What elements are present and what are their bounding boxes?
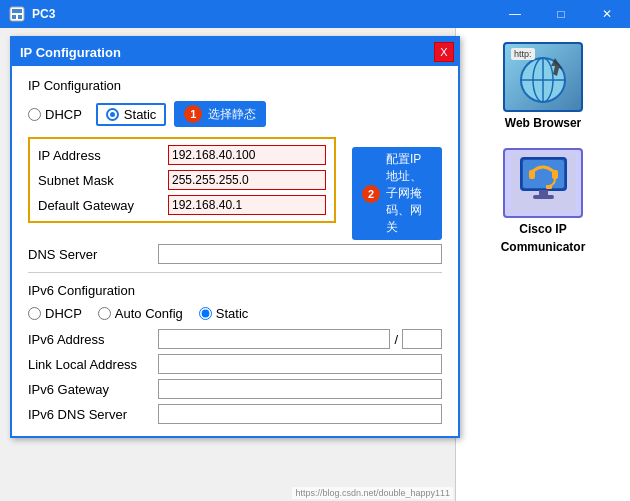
dns-server-label: DNS Server <box>28 247 158 262</box>
minimize-button[interactable]: — <box>492 0 538 28</box>
svg-rect-16 <box>533 195 554 199</box>
ipv6-section: IPv6 Configuration DHCP Auto Config <box>28 283 442 424</box>
ipv6-dns-input[interactable] <box>158 404 442 424</box>
ipv6-prefix-input[interactable] <box>402 329 442 349</box>
link-local-label: Link Local Address <box>28 357 158 372</box>
main-container: IP Configuration X IP Configuration DHCP <box>0 28 630 501</box>
svg-rect-15 <box>539 190 548 195</box>
subnet-mask-row: Subnet Mask <box>38 170 326 190</box>
section-divider <box>28 272 442 273</box>
static-radio-dot <box>110 112 115 117</box>
static-radio-item[interactable]: Static <box>96 103 167 126</box>
app-icon-small <box>8 5 26 23</box>
maximize-button[interactable]: □ <box>538 0 584 28</box>
dns-server-input[interactable] <box>158 244 442 264</box>
title-bar-controls: — □ ✕ <box>492 0 630 28</box>
dialog-title-bar: IP Configuration X <box>12 38 458 66</box>
subnet-mask-input[interactable] <box>168 170 326 190</box>
static-label: Static <box>124 107 157 122</box>
dialog-body: IP Configuration DHCP Static <box>12 66 458 436</box>
link-local-row: Link Local Address <box>28 354 442 374</box>
ipv6-static-label: Static <box>216 306 249 321</box>
ipv6-address-input[interactable] <box>158 329 390 349</box>
static-radio-indicator <box>106 108 119 121</box>
annotation-2: 2 配置IP地址、子网掩码、网关 <box>352 147 442 240</box>
ipv6-dhcp-label: DHCP <box>45 306 82 321</box>
dialog-area: IP Configuration X IP Configuration DHCP <box>0 28 455 501</box>
ipv6-gateway-row: IPv6 Gateway <box>28 379 442 399</box>
web-browser-icon: http: <box>503 42 583 112</box>
title-bar: PC3 — □ ✕ <box>0 0 630 28</box>
ipv6-static-radio[interactable] <box>199 307 212 320</box>
ip-config-dialog: IP Configuration X IP Configuration DHCP <box>10 36 460 438</box>
svg-rect-13 <box>552 170 558 179</box>
ipv6-dns-row: IPv6 DNS Server <box>28 404 442 424</box>
ipv6-autoconfig-label: Auto Config <box>115 306 183 321</box>
ipv6-dhcp-radio[interactable] <box>28 307 41 320</box>
ip-section-label: IP Configuration <box>28 78 442 93</box>
cisco-communicator-label-2: Communicator <box>501 240 586 254</box>
svg-rect-2 <box>12 15 16 19</box>
right-sidebar: http: Web Browser <box>455 28 630 501</box>
annotation-2-text: 配置IP地址、子网掩码、网关 <box>386 151 432 236</box>
ipv6-address-label: IPv6 Address <box>28 332 158 347</box>
default-gateway-input[interactable] <box>168 195 326 215</box>
ip-address-label: IP Address <box>38 148 168 163</box>
ipv6-autoconfig-radio[interactable] <box>98 307 111 320</box>
annotation-2-container: 2 配置IP地址、子网掩码、网关 <box>344 147 442 240</box>
dhcp-radio-item[interactable]: DHCP <box>28 107 82 122</box>
title-bar-text: PC3 <box>32 7 55 21</box>
dialog-title-text: IP Configuration <box>20 45 121 60</box>
dhcp-radio[interactable] <box>28 108 41 121</box>
dialog-close-button[interactable]: X <box>434 42 454 62</box>
ip-address-row: IP Address <box>38 145 326 165</box>
http-label: http: <box>511 48 535 60</box>
ipv6-mode-row: DHCP Auto Config Static <box>28 306 442 321</box>
cisco-communicator-app[interactable]: Cisco IP Communicator <box>497 144 590 258</box>
ipv6-gateway-label: IPv6 Gateway <box>28 382 158 397</box>
slash-separator: / <box>394 332 398 347</box>
web-browser-app[interactable]: http: Web Browser <box>499 38 587 134</box>
annotation-1-number: 1 <box>184 105 202 123</box>
web-browser-label: Web Browser <box>505 116 581 130</box>
svg-rect-1 <box>12 9 22 13</box>
link-local-input[interactable] <box>158 354 442 374</box>
ipv6-dhcp-item[interactable]: DHCP <box>28 306 82 321</box>
ipv6-section-label: IPv6 Configuration <box>28 283 442 298</box>
ip-mode-row: DHCP Static 1 选择静态 <box>28 101 442 127</box>
annotation-1: 1 选择静态 <box>174 101 266 127</box>
ip-address-input[interactable] <box>168 145 326 165</box>
cisco-communicator-icon <box>503 148 583 218</box>
ipv6-static-item[interactable]: Static <box>199 306 249 321</box>
watermark: https://blog.csdn.net/double_happy111 <box>292 487 453 499</box>
dns-server-row: DNS Server <box>28 244 442 264</box>
ip-fields-box: IP Address Subnet Mask Default Gateway <box>28 137 336 223</box>
default-gateway-label: Default Gateway <box>38 198 168 213</box>
window-close-button[interactable]: ✕ <box>584 0 630 28</box>
ipv6-gateway-input[interactable] <box>158 379 442 399</box>
ip-fields-section: IP Address Subnet Mask Default Gateway <box>28 137 442 240</box>
subnet-mask-label: Subnet Mask <box>38 173 168 188</box>
cisco-communicator-label-1: Cisco IP <box>519 222 566 236</box>
svg-rect-12 <box>529 170 535 179</box>
ipv6-dns-label: IPv6 DNS Server <box>28 407 158 422</box>
ipv6-address-row: IPv6 Address / <box>28 329 442 349</box>
annotation-1-text: 选择静态 <box>208 106 256 123</box>
svg-rect-3 <box>18 15 22 19</box>
dhcp-label: DHCP <box>45 107 82 122</box>
ipv6-autoconfig-item[interactable]: Auto Config <box>98 306 183 321</box>
default-gateway-row: Default Gateway <box>38 195 326 215</box>
annotation-2-number: 2 <box>362 185 380 203</box>
svg-rect-14 <box>546 185 552 189</box>
